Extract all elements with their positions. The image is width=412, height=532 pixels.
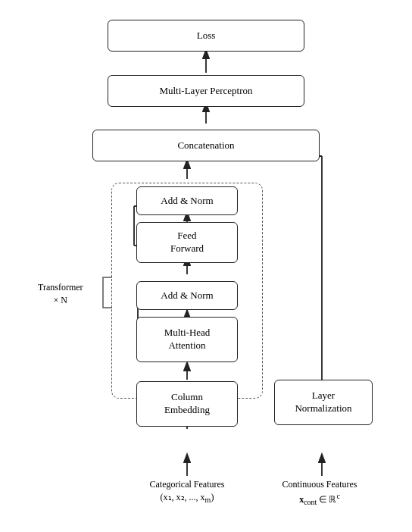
continuous-label: Continuous Featuresxcont ∈ ℝc: [259, 478, 380, 508]
col-embed-label: ColumnEmbedding: [164, 391, 210, 417]
diagram: Loss Multi-Layer Perceptron Concatenatio…: [24, 8, 388, 524]
transformer-bracket: [98, 274, 114, 311]
add-norm-top-box: Add & Norm: [136, 186, 238, 215]
add-norm-top-label: Add & Norm: [161, 195, 213, 208]
loss-box: Loss: [108, 20, 304, 52]
multi-head-box: Multi-HeadAttention: [136, 317, 238, 362]
layer-norm-label: LayerNormalization: [295, 390, 351, 415]
categorical-label: Categorical Features(x₁, x₂, ..., xm): [123, 478, 251, 505]
add-norm-bot-label: Add & Norm: [161, 289, 213, 302]
col-embed-box: ColumnEmbedding: [136, 381, 238, 427]
mlp-label: Multi-Layer Perceptron: [159, 85, 252, 98]
layer-norm-box: LayerNormalization: [274, 380, 373, 425]
multi-head-label: Multi-HeadAttention: [164, 327, 211, 352]
mlp-box: Multi-Layer Perceptron: [108, 75, 304, 107]
feed-forward-box: FeedForward: [136, 222, 238, 263]
feed-forward-label: FeedForward: [170, 230, 204, 255]
concat-label: Concatenation: [177, 139, 234, 152]
concat-box: Concatenation: [92, 130, 320, 161]
loss-label: Loss: [197, 30, 216, 42]
add-norm-bot-box: Add & Norm: [136, 281, 238, 310]
transformer-label: Transformer× N: [38, 281, 83, 307]
